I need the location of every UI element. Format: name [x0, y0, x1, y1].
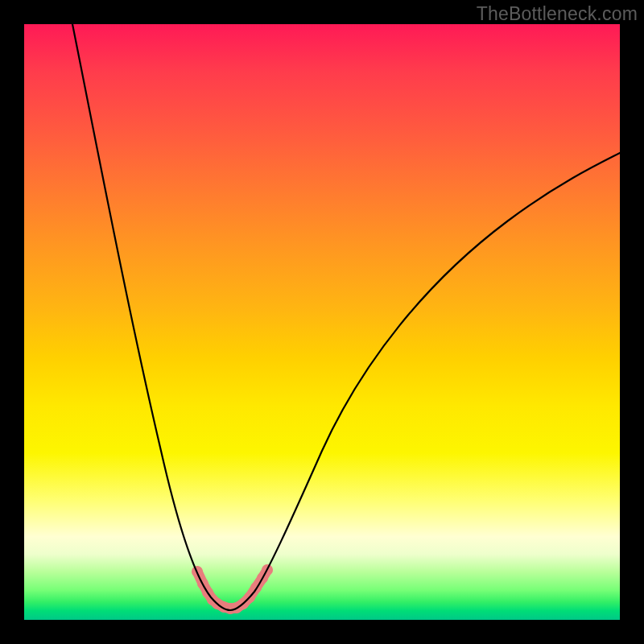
plot-area	[24, 24, 620, 620]
bottleneck-curve	[72, 24, 620, 610]
chart-svg	[24, 24, 620, 620]
chart-frame: TheBottleneck.com	[0, 0, 644, 644]
watermark-text: TheBottleneck.com	[477, 3, 638, 25]
